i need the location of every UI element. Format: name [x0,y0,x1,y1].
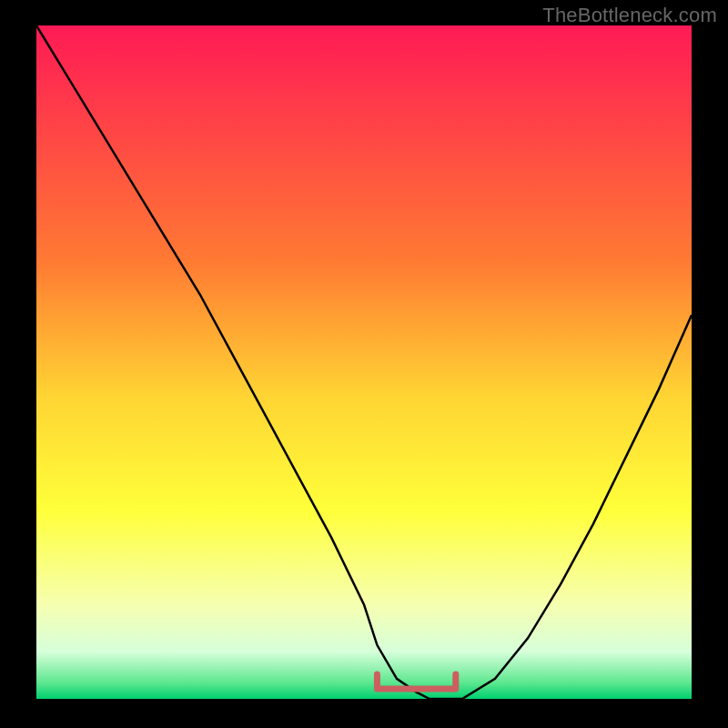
chart-frame: TheBottleneck.com [0,0,728,728]
watermark-text: TheBottleneck.com [542,4,717,27]
gradient-background [36,25,692,699]
plot-area [36,25,692,699]
chart-svg [36,25,692,699]
